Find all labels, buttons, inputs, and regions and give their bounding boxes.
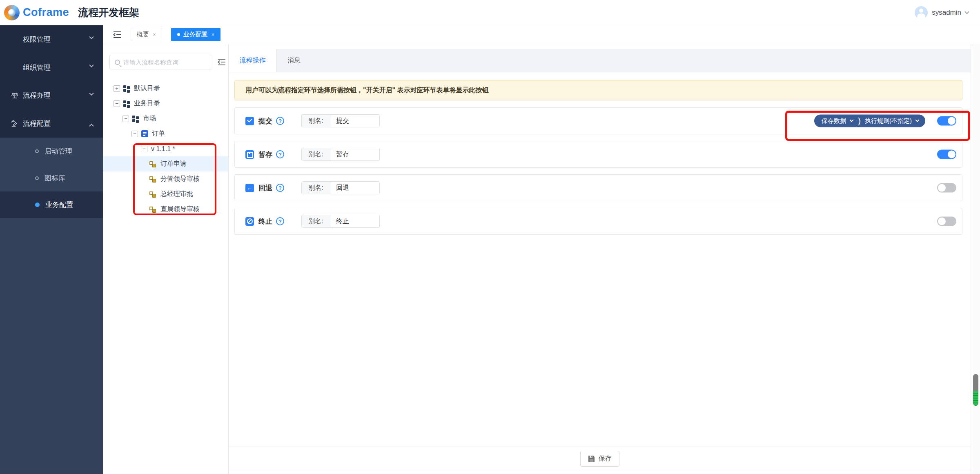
tab-bar: 概要 × 业务配置 × — [103, 25, 980, 44]
tree-node-version[interactable]: − v 1.1.1 * — [103, 141, 228, 156]
operation-label: 提交 — [258, 116, 272, 126]
help-icon[interactable] — [276, 184, 284, 192]
folder-grid-icon — [123, 100, 130, 107]
collapse-icon[interactable]: − — [114, 100, 120, 107]
document-icon — [141, 130, 148, 137]
operation-row-submit: 提交 别名: 保存数据 执行规则(不指定) — [234, 107, 962, 134]
sidebar-item-label: 流程办理 — [23, 91, 51, 100]
tree-node-label: v 1.1.1 * — [151, 145, 175, 153]
search-box — [109, 55, 212, 69]
sidebar-item-permission[interactable]: 权限管理 — [0, 25, 103, 53]
close-icon[interactable]: × — [212, 31, 215, 38]
alias-label: 别名: — [302, 115, 330, 127]
sidebar-item-label: 流程配置 — [23, 119, 51, 128]
checkbox-checked-icon[interactable] — [245, 117, 254, 125]
flow-step-icon — [149, 191, 157, 198]
search-input[interactable] — [123, 59, 212, 66]
operation-row-terminate: 终止 别名: — [234, 208, 962, 235]
help-icon[interactable] — [276, 150, 284, 158]
tree-node-order[interactable]: − 订单 — [103, 126, 228, 141]
menu-fold-icon[interactable] — [113, 31, 122, 38]
logo-text: Coframe — [23, 6, 69, 19]
submit-toggle[interactable] — [937, 116, 956, 126]
main-content: 流程操作 消息 用户可以为流程指定环节选择所需按钮，"开关开启" 表示对应环节表… — [229, 44, 971, 474]
content-footer: 保存 — [229, 447, 971, 470]
operation-label: 终止 — [258, 217, 272, 226]
tree-node-label: 业务目录 — [134, 99, 160, 108]
tree-node-business-dir[interactable]: − 业务目录 — [103, 96, 228, 111]
tab-business-config[interactable]: 业务配置 × — [171, 28, 221, 41]
rollback-toggle[interactable] — [937, 183, 956, 193]
sidebar-item-process-config[interactable]: 流程配置 — [0, 109, 103, 138]
bullet-icon — [35, 176, 39, 180]
tab-message[interactable]: 消息 — [277, 49, 311, 72]
sidebar-item-icon-library[interactable]: 图标库 — [0, 165, 103, 191]
active-dot-icon — [177, 33, 180, 36]
help-icon[interactable] — [276, 217, 284, 225]
exec-rule-dropdown[interactable]: 执行规则(不指定) — [865, 117, 912, 125]
alias-input[interactable] — [330, 182, 379, 194]
back-arrow-icon: ← — [245, 184, 254, 192]
operation-label: 暂存 — [258, 150, 272, 159]
expand-icon[interactable]: + — [114, 85, 120, 92]
collapse-all-icon[interactable] — [217, 58, 226, 66]
user-avatar — [915, 6, 928, 19]
sidebar: 权限管理 组织管理 流程办理 — [0, 25, 103, 474]
tab-label: 业务配置 — [183, 31, 208, 38]
tree-node-order-apply[interactable]: 订单申请 — [103, 156, 228, 171]
sidebar-item-label: 业务配置 — [45, 200, 73, 209]
save-floppy-icon — [588, 455, 595, 462]
user-menu[interactable]: sysadmin — [915, 6, 969, 19]
chevron-down-icon — [964, 9, 969, 14]
robot-arm-icon — [11, 120, 18, 127]
save-data-dropdown[interactable]: 保存数据 — [822, 117, 846, 125]
info-banner: 用户可以为流程指定环节选择所需按钮，"开关开启" 表示对应环节表单将显示此按钮 — [234, 80, 962, 100]
tab-label: 消息 — [287, 56, 301, 65]
collapse-icon[interactable]: − — [122, 116, 129, 122]
user-name: sysadmin — [932, 9, 961, 17]
scrollbar-thumb[interactable] — [973, 374, 978, 391]
stash-toggle[interactable] — [937, 150, 956, 159]
tree-node-market[interactable]: − 市场 — [103, 111, 228, 126]
tree-node-branch-leader-review[interactable]: 分管领导审核 — [103, 171, 228, 187]
chevron-down-icon — [89, 91, 94, 96]
close-icon[interactable]: × — [153, 31, 156, 38]
collapse-icon[interactable]: − — [131, 131, 138, 137]
app-header: Coframe 流程开发框架 sysadmin — [0, 0, 980, 25]
save-draft-icon — [245, 150, 254, 159]
tab-overview[interactable]: 概要 × — [131, 28, 162, 41]
tree-node-direct-leader-review[interactable]: 直属领导审核 — [103, 202, 228, 217]
bullet-icon-active — [35, 203, 40, 207]
collapse-icon[interactable]: − — [141, 146, 147, 152]
alias-input[interactable] — [330, 148, 379, 160]
folder-grid-icon — [123, 85, 130, 92]
alias-input[interactable] — [330, 115, 379, 127]
sidebar-item-business-config[interactable]: 业务配置 — [0, 191, 103, 218]
sidebar-item-start-management[interactable]: 启动管理 — [0, 138, 103, 165]
terminate-toggle[interactable] — [937, 217, 956, 226]
alias-label: 别名: — [302, 148, 330, 160]
operation-label: 回退 — [258, 183, 272, 193]
prohibit-icon — [245, 217, 254, 226]
sidebar-item-label: 组织管理 — [23, 63, 51, 72]
help-icon[interactable] — [276, 117, 284, 125]
operation-row-stash: 暂存 别名: — [234, 141, 962, 168]
save-button[interactable]: 保存 — [580, 451, 619, 467]
scales-icon — [11, 91, 19, 100]
page-title: 流程开发框架 — [78, 6, 139, 19]
alias-input[interactable] — [330, 215, 379, 227]
tab-process-operation[interactable]: 流程操作 — [229, 49, 277, 72]
sidebar-item-organization[interactable]: 组织管理 — [0, 53, 103, 82]
tree-node-gm-approval[interactable]: 总经理审批 — [103, 187, 228, 202]
chevron-down-icon — [89, 63, 94, 67]
sidebar-menu: 权限管理 组织管理 流程办理 — [0, 25, 103, 138]
alias-input-group: 别名: — [301, 181, 380, 194]
sidebar-item-process-handle[interactable]: 流程办理 — [0, 82, 103, 110]
tree-node-default-dir[interactable]: + 默认目录 — [103, 81, 228, 96]
action-dropdowns: 保存数据 执行规则(不指定) — [814, 115, 925, 127]
tab-label: 流程操作 — [240, 56, 266, 65]
chevron-down-icon — [89, 35, 94, 39]
scrollbar-track[interactable] — [971, 44, 980, 474]
process-tree-panel: + 默认目录 − 业务目录 − 市场 − 订单 − v 1.1.1 * — [103, 44, 229, 474]
operation-row-rollback: ← 回退 别名: — [234, 174, 962, 201]
